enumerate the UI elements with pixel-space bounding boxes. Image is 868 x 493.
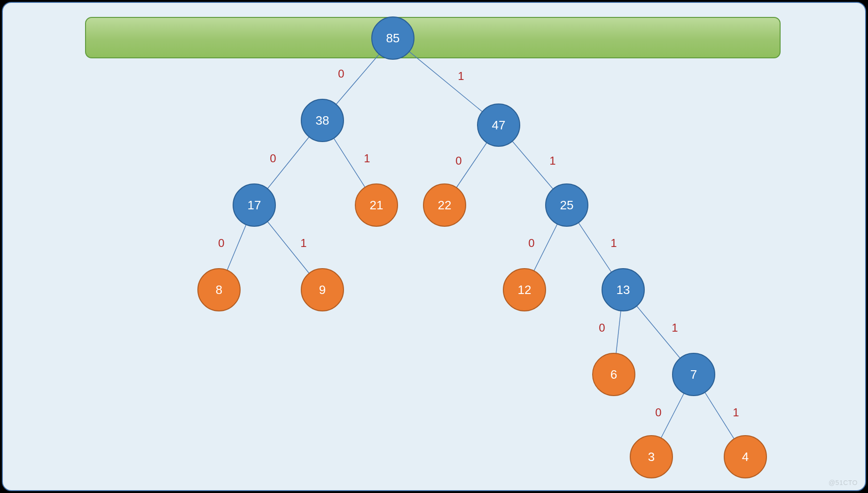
edge-label: 1 xyxy=(458,70,464,82)
tree-leaf-node: 6 xyxy=(593,353,635,396)
tree-leaf-node: 9 xyxy=(301,269,344,311)
tree-leaf-node: 8 xyxy=(198,269,240,311)
edge-label: 1 xyxy=(300,237,306,249)
tree-internal-node: 13 xyxy=(602,269,644,311)
edge-label: 1 xyxy=(549,154,555,167)
edge-label: 0 xyxy=(270,152,276,165)
nodes-layer: 853847172122258912136734 xyxy=(198,17,766,478)
tree-svg: 01010101010101 853847172122258912136734 xyxy=(3,3,866,491)
tree-edge xyxy=(334,138,365,187)
tree-edge xyxy=(512,141,553,189)
tree-leaf-node: 12 xyxy=(503,269,546,311)
tree-leaf-node: 22 xyxy=(423,184,466,226)
edge-label: 1 xyxy=(733,406,739,419)
diagram-canvas: 01010101010101 853847172122258912136734 … xyxy=(2,2,866,491)
node-label: 13 xyxy=(617,283,630,297)
edge-label: 0 xyxy=(599,321,605,334)
tree-edge xyxy=(409,52,482,112)
node-label: 22 xyxy=(438,198,452,212)
tree-internal-node: 47 xyxy=(477,104,520,146)
tree-edge xyxy=(579,223,611,272)
tree-edge xyxy=(534,224,557,271)
tree-internal-node: 7 xyxy=(673,353,715,396)
node-label: 21 xyxy=(370,198,383,212)
edge-label: 0 xyxy=(528,237,534,249)
edge-label: 0 xyxy=(655,406,661,419)
node-label: 38 xyxy=(316,113,329,127)
node-label: 4 xyxy=(742,450,749,464)
node-label: 17 xyxy=(248,198,261,212)
node-label: 6 xyxy=(610,367,617,382)
tree-edge xyxy=(705,392,734,439)
tree-internal-node: 85 xyxy=(372,17,414,59)
node-label: 47 xyxy=(492,118,506,132)
tree-edge xyxy=(227,225,246,270)
node-label: 3 xyxy=(648,450,655,464)
tree-leaf-node: 4 xyxy=(724,436,766,478)
watermark: @51CTO xyxy=(829,479,858,486)
edge-label: 1 xyxy=(610,237,617,249)
tree-internal-node: 38 xyxy=(301,99,344,142)
edge-label: 0 xyxy=(338,67,344,80)
node-label: 7 xyxy=(690,367,697,382)
tree-edge xyxy=(616,311,621,354)
tree-leaf-node: 3 xyxy=(630,436,673,478)
edge-label: 0 xyxy=(455,154,461,167)
edge-label: 0 xyxy=(218,237,224,249)
tree-internal-node: 25 xyxy=(546,184,588,226)
tree-edge xyxy=(661,393,684,438)
node-label: 12 xyxy=(518,283,532,297)
node-label: 25 xyxy=(560,198,574,212)
node-label: 8 xyxy=(216,283,222,297)
node-label: 9 xyxy=(319,283,326,297)
tree-internal-node: 17 xyxy=(233,184,275,226)
edge-label: 1 xyxy=(364,152,370,165)
tree-leaf-node: 21 xyxy=(355,184,398,226)
node-label: 85 xyxy=(386,31,400,45)
edge-label: 1 xyxy=(672,321,678,334)
